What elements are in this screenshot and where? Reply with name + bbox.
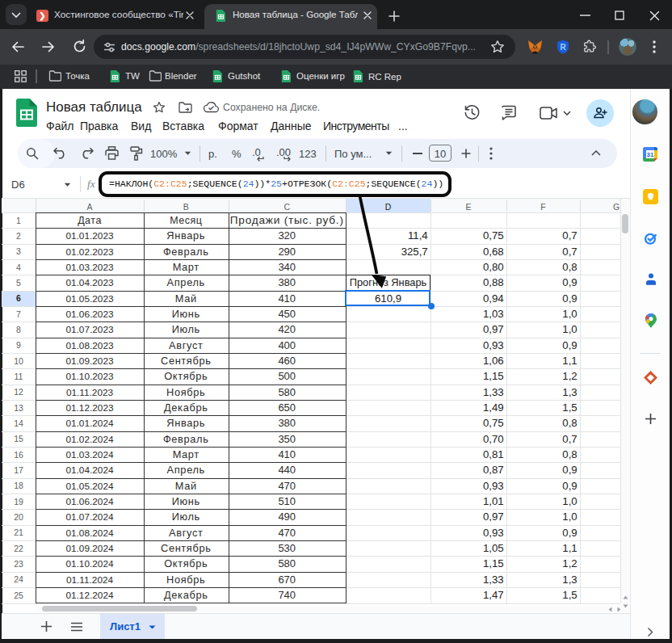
svg-text:R: R [560, 43, 566, 52]
svg-text:31: 31 [647, 151, 654, 158]
